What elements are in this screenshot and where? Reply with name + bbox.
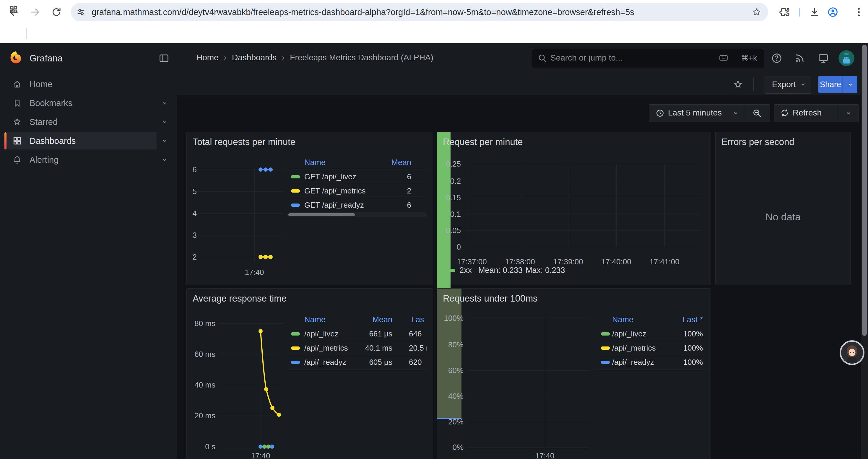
series-last: 620 bbox=[409, 355, 422, 369]
x-tick: 17:40 bbox=[240, 451, 281, 459]
y-tick: 0.15 bbox=[437, 193, 461, 202]
favorite-star-icon[interactable] bbox=[733, 79, 743, 90]
site-settings-icon[interactable] bbox=[76, 7, 86, 17]
breadcrumb-home[interactable]: Home bbox=[196, 53, 219, 62]
address-bar[interactable]: grafana.mathmast.com/d/deytv4rwavabkb/fr… bbox=[71, 3, 768, 21]
sidebar-collapse-icon[interactable] bbox=[158, 53, 169, 64]
grafana-logo[interactable] bbox=[8, 51, 23, 65]
gridline bbox=[468, 318, 590, 319]
legend-col-mean[interactable]: Mean bbox=[372, 313, 392, 327]
sidebar-item-label: Bookmarks bbox=[30, 94, 72, 112]
sidebar-item-alerting[interactable]: Alerting bbox=[0, 151, 177, 169]
legend-col-name[interactable]: Name bbox=[304, 313, 326, 327]
series-name[interactable]: /api/_livez bbox=[304, 327, 339, 341]
screen: grafana.mathmast.com/d/deytv4rwavabkb/fr… bbox=[0, 0, 868, 459]
series-mean-label: Mean: 0.233 bbox=[478, 266, 523, 275]
refresh-group: Refresh bbox=[774, 104, 859, 122]
panel-average-response-time: Average response time 80 ms 60 ms 40 ms … bbox=[186, 288, 433, 459]
breadcrumb-dashboards[interactable]: Dashboards bbox=[232, 53, 277, 62]
profile-icon[interactable] bbox=[827, 6, 838, 18]
page-scrollbar-thumb[interactable] bbox=[862, 45, 867, 336]
downloads-icon[interactable] bbox=[809, 6, 820, 18]
legend-col-name[interactable]: Name bbox=[304, 156, 326, 169]
export-button[interactable]: Export bbox=[765, 76, 811, 94]
series-name[interactable]: /api/_readyz bbox=[612, 355, 654, 369]
series-swatch bbox=[291, 361, 300, 364]
gridline bbox=[198, 213, 283, 214]
chevron-down-icon[interactable] bbox=[161, 157, 168, 163]
sidebar-item-dashboards[interactable]: Dashboards bbox=[0, 132, 177, 150]
panel-title[interactable]: Errors per second bbox=[721, 137, 794, 147]
breadcrumb-current: Freeleaps Metrics Dashboard (ALPHA) bbox=[290, 53, 433, 62]
page-scrollbar[interactable] bbox=[861, 43, 868, 459]
panel-title[interactable]: Total requests per minute bbox=[193, 137, 296, 147]
bookmarks-divider bbox=[26, 28, 27, 39]
share-button[interactable]: Share bbox=[818, 76, 843, 93]
legend-hscrollbar[interactable] bbox=[287, 212, 427, 217]
legend-col-last[interactable]: Last * bbox=[682, 313, 703, 327]
panel-errors-per-second: Errors per second No data bbox=[715, 132, 851, 285]
x-tick: 17:40 bbox=[524, 451, 565, 459]
reload-icon[interactable] bbox=[51, 6, 62, 18]
legend-col-mean[interactable]: Mean bbox=[391, 156, 411, 169]
sidebar-item-label: Dashboards bbox=[30, 132, 75, 150]
zoom-out-button[interactable] bbox=[744, 104, 770, 121]
series-name[interactable]: GET /api/_metrics bbox=[304, 184, 366, 198]
y-tick: 2 bbox=[187, 252, 197, 262]
panel-title[interactable]: Request per minute bbox=[443, 137, 523, 147]
series-name[interactable]: /api/_metrics bbox=[304, 341, 348, 355]
y-tick: 0.2 bbox=[437, 176, 461, 186]
apps-grid-icon[interactable] bbox=[9, 5, 18, 14]
legend-col-name[interactable]: Name bbox=[612, 313, 633, 327]
gridline bbox=[520, 164, 520, 247]
search-input[interactable]: Search or jump to... ⌘+k bbox=[532, 48, 764, 68]
legend-header-row: Name Mean bbox=[287, 156, 427, 170]
legend-row: /api/_livez 100% bbox=[594, 327, 708, 341]
data-point bbox=[269, 255, 273, 259]
tv-kiosk-icon[interactable] bbox=[818, 53, 829, 64]
legend-bottom: 2xx Mean: 0.233 Max: 0.233 bbox=[437, 266, 703, 275]
x-tick: 17:40:00 bbox=[591, 257, 642, 266]
gridline bbox=[466, 230, 700, 231]
legend-col-last[interactable]: Las bbox=[411, 313, 424, 327]
browser-menu-icon[interactable] bbox=[853, 6, 864, 18]
legend-row: /api/_metrics 100% bbox=[594, 341, 708, 355]
help-icon[interactable] bbox=[771, 53, 782, 64]
refresh-interval-dropdown[interactable] bbox=[839, 104, 858, 121]
news-rss-icon[interactable] bbox=[794, 53, 805, 64]
y-tick: 0.05 bbox=[437, 226, 461, 235]
series-name[interactable]: /api/_livez bbox=[612, 327, 646, 341]
series-max-label: Max: 0.233 bbox=[526, 266, 565, 275]
url-text[interactable]: grafana.mathmast.com/d/deytv4rwavabkb/fr… bbox=[92, 3, 742, 21]
extensions-icon[interactable] bbox=[779, 6, 790, 18]
series-name[interactable]: /api/_metrics bbox=[612, 341, 656, 355]
series-name[interactable]: /api/_readyz bbox=[304, 355, 346, 369]
series-swatch bbox=[291, 203, 300, 207]
sidebar-item-home[interactable]: Home bbox=[0, 75, 177, 93]
sidebar-item-bookmarks[interactable]: Bookmarks bbox=[0, 94, 177, 112]
floating-assistant-avatar[interactable] bbox=[840, 340, 864, 365]
browser-toolbar: grafana.mathmast.com/d/deytv4rwavabkb/fr… bbox=[0, 0, 868, 24]
bookmark-star-icon[interactable] bbox=[752, 7, 762, 17]
chevron-down-icon[interactable] bbox=[161, 138, 168, 144]
series-mean: 40.1 ms bbox=[365, 341, 393, 355]
series-name[interactable]: GET /api/_livez bbox=[304, 170, 356, 184]
series-name[interactable]: 2xx bbox=[459, 266, 472, 275]
panel-title[interactable]: Requests under 100ms bbox=[443, 293, 538, 304]
gridline bbox=[466, 214, 700, 215]
series-name[interactable]: GET /api/_readyz bbox=[304, 198, 364, 212]
chevron-down-icon[interactable] bbox=[161, 100, 168, 106]
sidebar-item-starred[interactable]: Starred bbox=[0, 113, 177, 131]
legend-hscrollbar-thumb[interactable] bbox=[288, 213, 355, 216]
gridline bbox=[198, 191, 283, 192]
breadcrumb: HomeDashboardsFreeleaps Metrics Dashboar… bbox=[196, 53, 433, 62]
chevron-down-icon[interactable] bbox=[161, 119, 168, 125]
series-mean: 661 µs bbox=[369, 327, 392, 341]
gridline bbox=[466, 181, 700, 182]
star-icon bbox=[12, 117, 22, 127]
refresh-button[interactable]: Refresh bbox=[774, 104, 839, 121]
share-dropdown-button[interactable] bbox=[843, 76, 857, 93]
forward-icon[interactable] bbox=[30, 6, 41, 18]
user-avatar[interactable] bbox=[838, 50, 855, 66]
time-range-picker[interactable]: Last 5 minutes bbox=[649, 104, 744, 122]
